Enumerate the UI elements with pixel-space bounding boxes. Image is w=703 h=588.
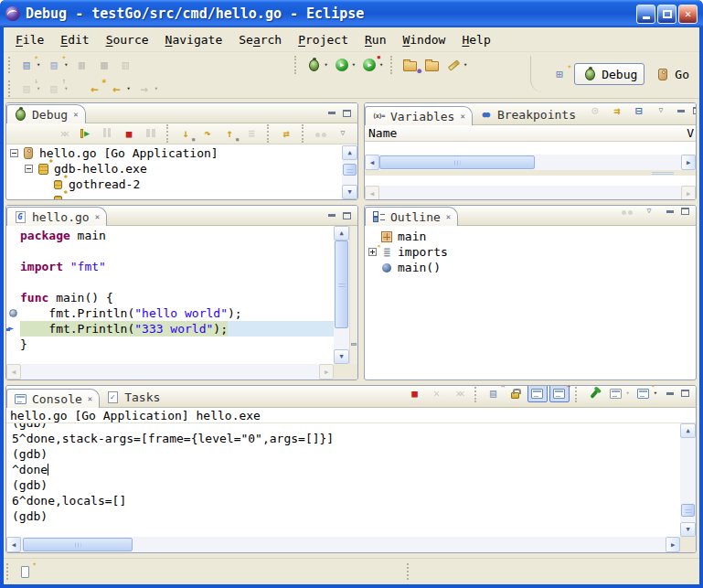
remove-all-terminated-button[interactable]: ✕✕ bbox=[53, 124, 73, 143]
scroll-down-button[interactable]: ▼ bbox=[680, 522, 696, 537]
external-tools-button[interactable]: ▪▾ bbox=[359, 56, 385, 74]
tab-tasks[interactable]: ✓Tasks bbox=[100, 388, 166, 407]
menu-file[interactable]: File bbox=[7, 30, 52, 49]
scroll-left-button[interactable]: ◀ bbox=[6, 364, 21, 380]
editor-gutter[interactable] bbox=[6, 243, 20, 259]
menu-search[interactable]: Search bbox=[230, 30, 290, 49]
dropdown-arrow-icon[interactable]: ▾ bbox=[64, 85, 68, 92]
forward-button[interactable]: →▾ bbox=[134, 80, 160, 98]
menu-source[interactable]: Source bbox=[98, 30, 157, 49]
editor-gutter[interactable] bbox=[6, 305, 20, 321]
minimize-view-button[interactable] bbox=[664, 207, 676, 217]
next-annotation-button[interactable]: ▤↓▾ bbox=[16, 80, 42, 98]
scroll-lock-button[interactable] bbox=[506, 385, 526, 402]
perspective-go-button[interactable]: Go bbox=[648, 64, 696, 84]
scroll-right-button[interactable]: ▶ bbox=[666, 537, 680, 552]
scrollbar-thumb[interactable] bbox=[681, 504, 695, 517]
dropdown-arrow-icon[interactable]: ▾ bbox=[324, 61, 327, 69]
terminate-button[interactable]: ■ bbox=[119, 124, 139, 143]
menu-window[interactable]: Window bbox=[394, 30, 453, 49]
view-menu-button[interactable]: ▽ bbox=[333, 124, 353, 143]
disconnect-button[interactable] bbox=[141, 124, 161, 143]
close-tab-icon[interactable]: ✕ bbox=[95, 212, 100, 221]
show-logical-structures-button[interactable]: ⇉ bbox=[607, 102, 627, 120]
close-tab-icon[interactable]: ✕ bbox=[446, 212, 451, 221]
menu-navigate[interactable]: Navigate bbox=[157, 30, 231, 49]
variables-detail-hscrollbar[interactable]: ◀▶ bbox=[365, 186, 696, 200]
menu-run[interactable]: Run bbox=[357, 30, 394, 49]
debug-tree-item[interactable]: ✱gdb-hello.exe bbox=[6, 161, 342, 176]
scroll-down-button[interactable]: ▼ bbox=[334, 349, 349, 364]
menu-project[interactable]: Project bbox=[290, 30, 357, 49]
tab-debug[interactable]: Debug ✕ bbox=[6, 104, 86, 123]
maximize-view-button[interactable] bbox=[341, 210, 353, 220]
dropdown-arrow-icon[interactable]: ▾ bbox=[463, 61, 467, 69]
outline-item[interactable]: main() bbox=[365, 260, 696, 275]
dropdown-arrow-icon[interactable]: ▾ bbox=[37, 85, 40, 92]
name-column-header[interactable]: Name bbox=[368, 126, 397, 140]
variables-hscrollbar[interactable]: ◀▶ bbox=[365, 155, 696, 170]
debug-tree-item[interactable]: ✱gothread-2 bbox=[6, 176, 342, 192]
scroll-up-button[interactable]: ▲ bbox=[680, 423, 696, 438]
outline-item[interactable]: main bbox=[365, 229, 696, 244]
resume-button[interactable]: ▶ bbox=[75, 124, 95, 143]
debug-launch-tree[interactable]: hello.go [Go Application]✱gdb-hello.exe✱… bbox=[6, 145, 342, 199]
tree-expander-icon[interactable] bbox=[25, 165, 33, 173]
search-button[interactable]: ▾ bbox=[443, 56, 469, 74]
step-over-button[interactable]: ↷ bbox=[197, 124, 218, 143]
back-button[interactable]: ←▾ bbox=[106, 80, 132, 98]
dropdown-arrow-icon[interactable]: ▾ bbox=[126, 85, 130, 92]
scrollbar-thumb[interactable] bbox=[335, 241, 348, 328]
menu-help[interactable]: Help bbox=[453, 30, 498, 49]
maximize-view-button[interactable] bbox=[679, 389, 691, 399]
scrollbar-track[interactable] bbox=[342, 160, 357, 185]
variables-detail-sash[interactable] bbox=[365, 170, 696, 176]
dropdown-arrow-icon[interactable]: ▾ bbox=[64, 61, 68, 69]
print-button[interactable]: ▤ bbox=[115, 56, 135, 74]
remove-launch-button[interactable]: ✕ bbox=[427, 385, 447, 402]
suspend-button[interactable] bbox=[97, 124, 117, 143]
toolbar-drag-handle[interactable] bbox=[8, 80, 11, 97]
run-button[interactable]: ▾ bbox=[332, 56, 357, 74]
variables-tree-area[interactable] bbox=[365, 142, 696, 155]
editor-hscrollbar[interactable]: ◀▶ bbox=[6, 364, 334, 380]
open-type-button[interactable]: ● bbox=[399, 56, 420, 74]
dropdown-arrow-icon[interactable]: ▾ bbox=[352, 61, 356, 69]
scrollbar-track[interactable] bbox=[21, 537, 666, 552]
close-tab-icon[interactable]: ✕ bbox=[73, 110, 78, 119]
console-output-area[interactable]: (gdb)5^done,stack-args=[frame={level="0"… bbox=[6, 423, 680, 537]
scrollbar-track[interactable] bbox=[680, 438, 696, 522]
editor-gutter[interactable] bbox=[6, 259, 20, 274]
scrollbar-track[interactable] bbox=[334, 241, 349, 349]
maximize-view-button[interactable] bbox=[341, 108, 353, 118]
console-vscrollbar[interactable]: ▲▼ bbox=[680, 423, 696, 537]
display-console-button[interactable]: ▾ bbox=[606, 385, 632, 402]
variables-column-header[interactable]: Name V bbox=[365, 125, 696, 142]
console-hscrollbar[interactable]: ◀▶ bbox=[6, 537, 680, 552]
new-button[interactable]: ▤✦▾ bbox=[16, 56, 42, 74]
open-console-button[interactable]: ✦▾ bbox=[634, 385, 659, 402]
breakpoint-marker-icon[interactable] bbox=[9, 309, 17, 317]
show-stdout-button[interactable] bbox=[527, 385, 548, 402]
tree-expander-icon[interactable] bbox=[10, 149, 18, 157]
scroll-right-button[interactable]: ▶ bbox=[681, 155, 696, 170]
tab-outline[interactable]: Outline ✕ bbox=[365, 207, 458, 226]
debug-misc-button[interactable] bbox=[311, 124, 331, 143]
overview-ruler[interactable] bbox=[349, 226, 357, 364]
scrollbar-track[interactable] bbox=[379, 186, 681, 200]
scroll-left-button[interactable]: ◀ bbox=[6, 537, 21, 552]
toolbar-drag-handle[interactable] bbox=[8, 57, 11, 73]
outline-tree[interactable]: main≣◂importsmain() bbox=[365, 226, 696, 275]
new-other-button[interactable]: ▤✦▾ bbox=[44, 56, 69, 74]
pin-console-button[interactable] bbox=[584, 385, 604, 402]
scrollbar-thumb[interactable] bbox=[379, 155, 535, 169]
debug-tree-item[interactable]: hello.go [Go Application] bbox=[6, 145, 342, 161]
dropdown-arrow-icon[interactable]: ▾ bbox=[654, 390, 657, 397]
menu-edit[interactable]: Edit bbox=[52, 30, 97, 49]
step-into-button[interactable]: ↓▪ bbox=[176, 124, 196, 143]
remove-all-terminated-button[interactable]: ✕✕ bbox=[449, 385, 469, 402]
editor-gutter[interactable] bbox=[6, 290, 20, 305]
step-filters-button[interactable]: ≡ bbox=[241, 124, 261, 143]
perspective-debug-button[interactable]: Debug bbox=[574, 63, 644, 85]
tab-hello-go[interactable]: G hello.go ✕ bbox=[6, 207, 107, 226]
